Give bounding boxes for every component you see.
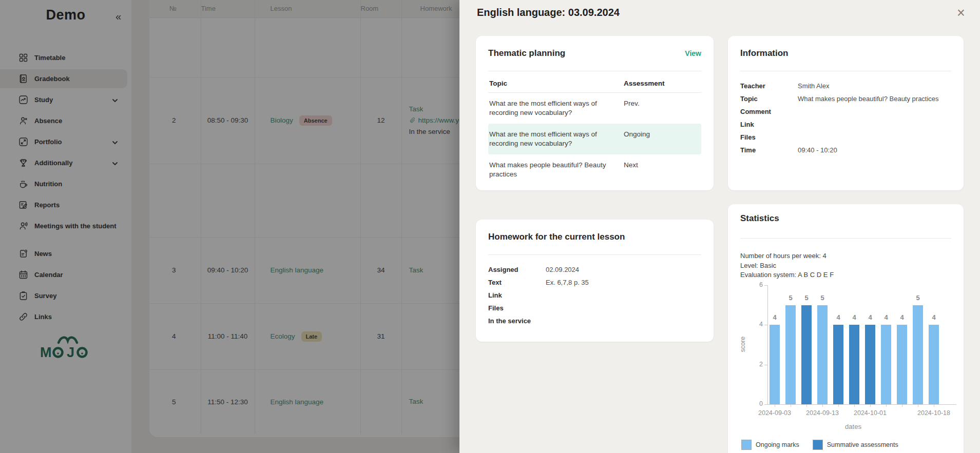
field-row: TeacherSmith Alex [740,80,951,92]
divider [488,254,701,255]
chart-bar [801,305,812,404]
field-row: Time09:40 - 10:20 [740,144,951,156]
x-tick-mark [838,404,839,407]
x-tick-label: 2024-09-13 [799,409,846,417]
column-header-topic: Topic [489,80,624,87]
thematic-assessment: Ongoing [624,130,700,148]
chart-bar [817,305,828,404]
thematic-topic: What makes people beautiful? Beauty prac… [489,161,624,179]
x-tick-mark [902,404,902,407]
thematic-topic: What are the most efficient ways of reco… [489,99,624,117]
statistics-card-title: Statistics [740,213,779,224]
thematic-planning-title: Thematic planning [488,48,565,58]
thematic-row: What are the most efficient ways of reco… [488,93,701,124]
x-tick-mark [806,404,807,407]
field-value: 09:40 - 10:20 [798,144,837,156]
field-row: Comment [740,105,951,118]
statistics-meta: Number of hours per week: 4Level: BasicE… [740,251,834,280]
bar-value-label: 4 [926,313,941,321]
score-bar-chart: 024642024-09-035552024-09-134442024-10-0… [728,285,964,453]
chart-legend: Ongoing marksSummative assessments [741,440,912,450]
field-label: Time [740,144,798,156]
field-value: Ex. 6,7,8 p. 35 [546,276,589,289]
x-tick-label: 2024-09-03 [751,409,798,417]
bar-value-label: 4 [831,313,846,321]
thematic-row: What makes people beautiful? Beauty prac… [488,154,701,185]
field-row: Link [488,289,701,302]
chart-bar [849,325,859,404]
field-row: Files [740,131,951,144]
statistics-card: Statistics Number of hours per week: 4Le… [728,204,964,453]
view-link[interactable]: View [685,49,701,57]
field-value: What makes people beautiful? Beauty prac… [798,92,939,105]
y-axis-line [767,285,768,404]
bar-value-label: 5 [799,294,814,302]
thematic-planning-card: Thematic planning View Topic Assessment … [476,36,714,190]
divider [740,71,951,71]
field-label: Teacher [740,80,798,92]
field-label: Assigned [488,263,546,276]
field-label: Link [488,289,546,302]
y-axis-title: score [739,337,746,352]
y-tick-mark [764,325,767,325]
chart-bar [833,325,843,404]
legend-label: Summative assessments [827,441,898,448]
x-tick-mark [822,404,823,407]
y-tick-label: 6 [752,281,763,288]
x-tick-label: 2024-10-01 [847,409,894,417]
panel-title: English language: 03.09.2024 [477,7,620,18]
x-tick-mark [854,404,855,407]
field-label: In the service [488,314,546,327]
y-tick-mark [764,365,767,365]
field-row: Link [740,118,951,131]
y-tick-label: 2 [752,361,763,368]
field-value: Smith Alex [798,80,829,92]
field-label: Comment [740,105,798,118]
homework-card-title: Homework for the current lesson [488,232,625,242]
y-tick-mark [764,285,767,286]
bar-value-label: 5 [783,294,798,302]
legend-swatch [813,440,823,450]
field-row: Files [488,302,701,314]
field-label: Topic [740,92,798,105]
y-tick-label: 0 [752,400,763,407]
x-tick-mark [918,404,918,407]
thematic-table-header: Topic Assessment [488,71,701,93]
field-label: Text [488,276,546,289]
chart-bar [913,305,923,404]
x-tick-mark [886,404,887,407]
x-tick-mark [934,404,934,407]
field-row: Assigned02.09.2024 [488,263,701,276]
field-row: In the service [488,314,701,327]
legend-item: Summative assessments [813,440,898,450]
bar-value-label: 4 [767,313,782,321]
y-tick-mark [764,404,767,405]
x-tick-label: 2024-10-18 [910,409,957,417]
close-icon[interactable]: × [952,4,970,22]
thematic-assessment: Prev. [624,99,700,117]
thematic-topic: What are the most efficient ways of reco… [489,130,624,148]
homework-card: Homework for the current lesson Assigned… [476,220,714,342]
field-label: Files [740,131,798,144]
field-label: Link [740,118,798,131]
thematic-row: What are the most efficient ways of reco… [488,124,701,154]
bar-value-label: 4 [862,313,878,321]
bar-value-label: 5 [815,294,830,302]
x-axis-title: dates [828,423,879,430]
legend-label: Ongoing marks [756,441,799,448]
statistics-meta-line: Evaluation system: A B C D E F [740,270,834,280]
chart-bar [881,325,891,404]
field-row: TextEx. 6,7,8 p. 35 [488,276,701,289]
y-tick-label: 4 [752,321,763,328]
x-tick-mark [870,404,871,407]
chart-bar [770,325,780,404]
statistics-meta-line: Level: Basic [740,261,834,271]
field-row: TopicWhat makes people beautiful? Beauty… [740,92,951,105]
legend-swatch [741,440,752,450]
x-tick-mark [775,404,775,407]
bar-value-label: 4 [894,313,910,321]
column-header-assessment: Assessment [624,80,700,87]
lesson-detail-panel: English language: 03.09.2024 × Thematic … [459,0,980,453]
chart-bar [897,325,907,404]
field-label: Files [488,302,546,314]
